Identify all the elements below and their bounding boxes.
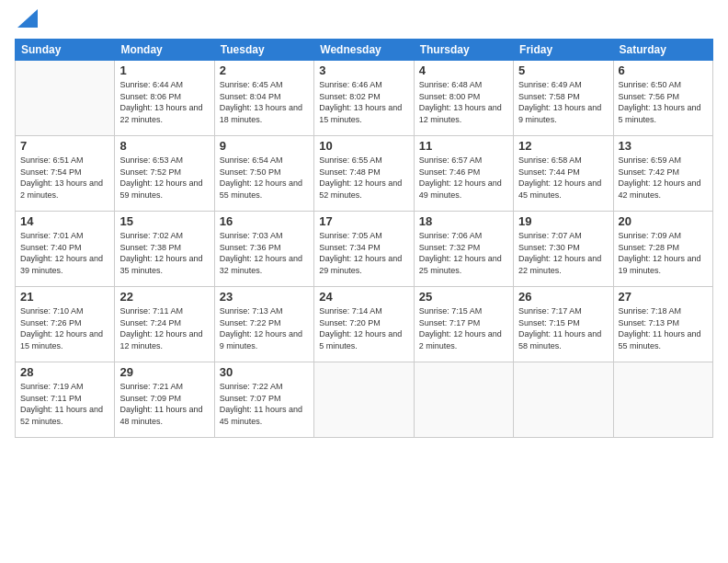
day-number: 15 <box>119 214 209 228</box>
day-info: Sunrise: 7:02 AMSunset: 7:38 PMDaylight:… <box>119 230 209 276</box>
day-info: Sunrise: 6:46 AMSunset: 8:02 PMDaylight:… <box>319 79 408 125</box>
day-cell: 16Sunrise: 7:03 AMSunset: 7:36 PMDayligh… <box>214 212 313 287</box>
day-number: 25 <box>419 290 508 304</box>
day-info: Sunrise: 6:59 AMSunset: 7:42 PMDaylight:… <box>619 155 708 201</box>
day-cell: 9Sunrise: 6:54 AMSunset: 7:50 PMDaylight… <box>214 136 313 212</box>
day-info: Sunrise: 6:55 AMSunset: 7:48 PMDaylight:… <box>319 155 408 201</box>
day-number: 5 <box>518 63 608 77</box>
week-row-4: 21Sunrise: 7:10 AMSunset: 7:26 PMDayligh… <box>16 287 713 362</box>
svg-marker-0 <box>17 9 38 28</box>
logo-icon <box>17 9 38 28</box>
col-friday: Friday <box>514 40 613 61</box>
col-sunday: Sunday <box>16 40 115 61</box>
day-cell: 1Sunrise: 6:44 AMSunset: 8:06 PMDaylight… <box>115 61 214 136</box>
day-number: 27 <box>619 290 708 304</box>
day-cell: 18Sunrise: 7:06 AMSunset: 7:32 PMDayligh… <box>414 212 513 287</box>
day-info: Sunrise: 7:01 AMSunset: 7:40 PMDaylight:… <box>20 230 109 276</box>
day-cell: 14Sunrise: 7:01 AMSunset: 7:40 PMDayligh… <box>16 212 115 287</box>
day-number: 7 <box>20 139 109 153</box>
day-cell: 5Sunrise: 6:49 AMSunset: 7:58 PMDaylight… <box>514 61 613 136</box>
col-monday: Monday <box>115 40 214 61</box>
day-info: Sunrise: 7:03 AMSunset: 7:36 PMDaylight:… <box>220 230 309 276</box>
col-thursday: Thursday <box>414 40 513 61</box>
week-row-3: 14Sunrise: 7:01 AMSunset: 7:40 PMDayligh… <box>16 212 713 287</box>
day-number: 23 <box>220 290 309 304</box>
day-number: 24 <box>319 290 408 304</box>
col-tuesday: Tuesday <box>214 40 313 61</box>
day-cell <box>613 362 712 438</box>
day-cell <box>16 61 115 136</box>
col-wednesday: Wednesday <box>314 40 414 61</box>
day-info: Sunrise: 7:21 AMSunset: 7:09 PMDaylight:… <box>119 381 209 427</box>
day-number: 11 <box>419 139 508 153</box>
week-row-2: 7Sunrise: 6:51 AMSunset: 7:54 PMDaylight… <box>16 136 713 212</box>
day-number: 8 <box>119 139 209 153</box>
day-info: Sunrise: 7:19 AMSunset: 7:11 PMDaylight:… <box>20 381 109 427</box>
day-info: Sunrise: 6:53 AMSunset: 7:52 PMDaylight:… <box>119 155 209 201</box>
day-number: 2 <box>220 63 309 77</box>
day-number: 14 <box>20 214 109 228</box>
calendar: Sunday Monday Tuesday Wednesday Thursday… <box>15 39 713 438</box>
day-info: Sunrise: 7:11 AMSunset: 7:24 PMDaylight:… <box>119 305 209 351</box>
day-number: 29 <box>119 365 209 379</box>
day-info: Sunrise: 6:54 AMSunset: 7:50 PMDaylight:… <box>220 155 309 201</box>
day-info: Sunrise: 7:07 AMSunset: 7:30 PMDaylight:… <box>518 230 608 276</box>
day-cell: 10Sunrise: 6:55 AMSunset: 7:48 PMDayligh… <box>314 136 414 212</box>
day-cell: 15Sunrise: 7:02 AMSunset: 7:38 PMDayligh… <box>115 212 214 287</box>
day-cell: 29Sunrise: 7:21 AMSunset: 7:09 PMDayligh… <box>115 362 214 438</box>
day-cell: 4Sunrise: 6:48 AMSunset: 8:00 PMDaylight… <box>414 61 513 136</box>
page: Sunday Monday Tuesday Wednesday Thursday… <box>0 0 728 563</box>
day-cell: 3Sunrise: 6:46 AMSunset: 8:02 PMDaylight… <box>314 61 414 136</box>
day-info: Sunrise: 7:15 AMSunset: 7:17 PMDaylight:… <box>419 305 508 351</box>
day-info: Sunrise: 6:58 AMSunset: 7:44 PMDaylight:… <box>518 155 608 201</box>
day-cell <box>314 362 414 438</box>
day-info: Sunrise: 7:14 AMSunset: 7:20 PMDaylight:… <box>319 305 408 351</box>
day-cell: 17Sunrise: 7:05 AMSunset: 7:34 PMDayligh… <box>314 212 414 287</box>
day-number: 20 <box>619 214 708 228</box>
day-cell: 27Sunrise: 7:18 AMSunset: 7:13 PMDayligh… <box>613 287 712 362</box>
day-cell <box>514 362 613 438</box>
day-cell: 12Sunrise: 6:58 AMSunset: 7:44 PMDayligh… <box>514 136 613 212</box>
day-cell <box>414 362 513 438</box>
day-number: 6 <box>619 63 708 77</box>
day-cell: 2Sunrise: 6:45 AMSunset: 8:04 PMDaylight… <box>214 61 313 136</box>
day-number: 22 <box>119 290 209 304</box>
day-info: Sunrise: 7:17 AMSunset: 7:15 PMDaylight:… <box>518 305 608 351</box>
day-info: Sunrise: 6:51 AMSunset: 7:54 PMDaylight:… <box>20 155 109 201</box>
day-number: 17 <box>319 214 408 228</box>
day-number: 16 <box>220 214 309 228</box>
day-info: Sunrise: 7:22 AMSunset: 7:07 PMDaylight:… <box>220 381 309 427</box>
header <box>15 15 713 28</box>
day-number: 19 <box>518 214 608 228</box>
day-info: Sunrise: 6:57 AMSunset: 7:46 PMDaylight:… <box>419 155 508 201</box>
col-saturday: Saturday <box>613 40 712 61</box>
day-number: 28 <box>20 365 109 379</box>
day-number: 3 <box>319 63 408 77</box>
day-number: 9 <box>220 139 309 153</box>
day-number: 26 <box>518 290 608 304</box>
week-row-1: 1Sunrise: 6:44 AMSunset: 8:06 PMDaylight… <box>16 61 713 136</box>
day-cell: 22Sunrise: 7:11 AMSunset: 7:24 PMDayligh… <box>115 287 214 362</box>
day-cell: 21Sunrise: 7:10 AMSunset: 7:26 PMDayligh… <box>16 287 115 362</box>
day-info: Sunrise: 7:13 AMSunset: 7:22 PMDaylight:… <box>220 305 309 351</box>
logo <box>15 15 38 28</box>
day-number: 13 <box>619 139 708 153</box>
day-number: 1 <box>119 63 209 77</box>
day-info: Sunrise: 7:09 AMSunset: 7:28 PMDaylight:… <box>619 230 708 276</box>
day-info: Sunrise: 7:05 AMSunset: 7:34 PMDaylight:… <box>319 230 408 276</box>
day-cell: 30Sunrise: 7:22 AMSunset: 7:07 PMDayligh… <box>214 362 313 438</box>
day-info: Sunrise: 6:48 AMSunset: 8:00 PMDaylight:… <box>419 79 508 125</box>
day-cell: 11Sunrise: 6:57 AMSunset: 7:46 PMDayligh… <box>414 136 513 212</box>
day-cell: 8Sunrise: 6:53 AMSunset: 7:52 PMDaylight… <box>115 136 214 212</box>
day-number: 4 <box>419 63 508 77</box>
day-number: 21 <box>20 290 109 304</box>
day-number: 12 <box>518 139 608 153</box>
day-cell: 25Sunrise: 7:15 AMSunset: 7:17 PMDayligh… <box>414 287 513 362</box>
day-info: Sunrise: 6:50 AMSunset: 7:56 PMDaylight:… <box>619 79 708 125</box>
day-number: 18 <box>419 214 508 228</box>
day-cell: 23Sunrise: 7:13 AMSunset: 7:22 PMDayligh… <box>214 287 313 362</box>
day-cell: 6Sunrise: 6:50 AMSunset: 7:56 PMDaylight… <box>613 61 712 136</box>
day-cell: 20Sunrise: 7:09 AMSunset: 7:28 PMDayligh… <box>613 212 712 287</box>
day-info: Sunrise: 7:10 AMSunset: 7:26 PMDaylight:… <box>20 305 109 351</box>
day-cell: 28Sunrise: 7:19 AMSunset: 7:11 PMDayligh… <box>16 362 115 438</box>
